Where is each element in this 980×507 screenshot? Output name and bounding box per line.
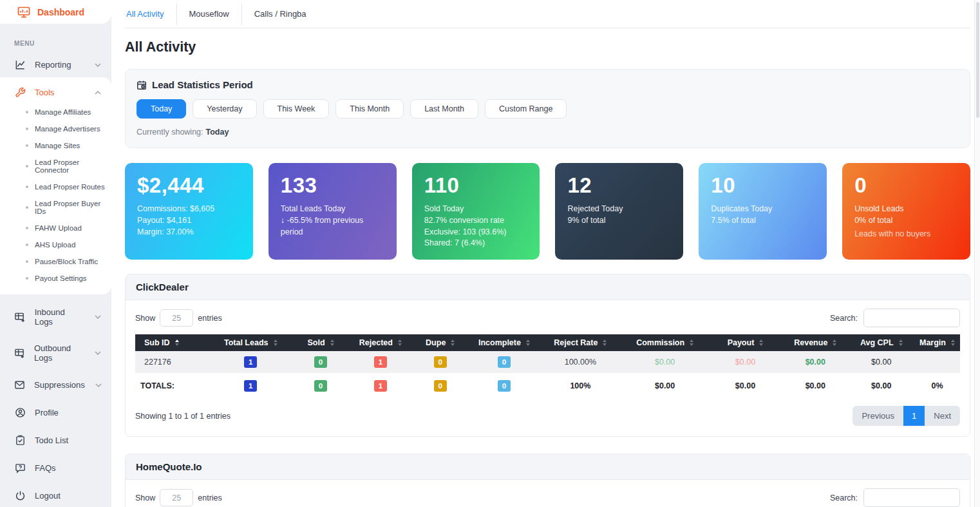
cell-total-leads: 1 [209,351,292,374]
pagination-next[interactable]: Next [925,406,960,426]
sidebar-subitem-fahw-upload[interactable]: FAHW Upload [0,220,111,236]
column-header-margin[interactable]: Margin [914,334,960,351]
subitem-label: AHS Upload [35,241,75,249]
sidebar-item-todo-list[interactable]: Todo List [0,428,111,452]
period-buttons: Today Yesterday This Week This Month Las… [137,99,959,119]
stat-line: Unsold Leads [854,204,958,215]
period-button-today[interactable]: Today [137,99,186,119]
search-input[interactable] [863,309,960,327]
column-header-sub-id[interactable]: Sub ID [135,334,209,351]
cell-avg-cpl: $0.00 [849,374,914,397]
sidebar-item-outbound-logs[interactable]: Outbound Logs [0,337,111,369]
column-header-sold[interactable]: Sold [292,334,350,351]
wrench-icon [14,87,26,98]
pagination-previous[interactable]: Previous [853,406,903,426]
sidebar-subitem-lead-propser-routes[interactable]: Lead Propser Routes [0,178,111,195]
stat-cards: $2,444 Commissions: $6,605 Payout: $4,16… [125,163,970,260]
brand[interactable]: Dashboard [0,0,111,24]
homequote-card: HomeQuote.Io Show entries Search: [125,454,970,507]
column-header-incomplete[interactable]: Incomplete [469,334,540,351]
entries-count-input[interactable] [160,489,193,506]
period-button-this-week[interactable]: This Week [263,99,330,119]
cell-totals-label: TOTALS: [135,374,209,397]
sidebar-subitem-payout-settings[interactable]: Payout Settings [0,270,111,287]
sort-icon[interactable] [398,340,402,346]
sort-icon[interactable] [833,340,836,346]
period-button-this-month[interactable]: This Month [335,99,404,119]
sort-icon[interactable] [603,340,607,346]
stat-card-commissions: $2,444 Commissions: $6,605 Payout: $4,16… [125,163,253,260]
column-header-dupe[interactable]: Dupe [411,334,469,351]
sidebar-subitem-lead-propser-connector[interactable]: Lead Propser Connector [0,154,111,178]
sort-icon[interactable] [951,340,955,346]
sidebar-subitem-pause-block-traffic[interactable]: Pause/Block Traffic [0,253,111,270]
cell-dupe: 0 [411,374,469,397]
stat-line: Exclusive: 103 (93.6%) [424,227,528,238]
stat-line: 0% of total [854,215,958,227]
sidebar-item-reporting[interactable]: Reporting [0,53,111,76]
subitem-label: Manage Advertisers [35,125,100,133]
sidebar-subitem-manage-advertisers[interactable]: Manage Advertisers [0,120,111,137]
search-input[interactable] [863,488,960,507]
bullet-icon [26,186,28,188]
sidebar-subitem-manage-sites[interactable]: Manage Sites [0,137,111,154]
column-header-rejected[interactable]: Rejected [350,334,411,351]
tab-mouseflow[interactable]: Mouseflow [177,9,241,19]
entries-label: entries [198,314,222,323]
cell-margin [914,351,960,374]
period-button-yesterday[interactable]: Yesterday [193,99,256,119]
table-footer: Showing 1 to 1 of 1 entries Previous 1 N… [135,406,960,426]
period-button-last-month[interactable]: Last Month [410,99,478,119]
stat-card-total-leads: 133 Total Leads Today ↓ -65.5% from prev… [269,163,397,260]
bullet-icon [26,128,28,130]
stat-line: Commissions: $6,605 [137,204,241,215]
sidebar-subitem-lead-propser-buyer-ids[interactable]: Lead Propser Buyer IDs [0,195,111,220]
cell-payout: $0.00 [708,374,782,397]
column-header-commission[interactable]: Commission [621,334,708,351]
stat-line: ↓ -65.5% from previous period [281,215,384,238]
sort-icon[interactable] [759,340,763,346]
sort-icon[interactable] [451,340,455,346]
bullet-icon [26,144,28,147]
column-header-reject-rate[interactable]: Reject Rate [539,334,621,351]
column-header-total-leads[interactable]: Total Leads [209,334,292,351]
sidebar-item-logout[interactable]: Logout [0,484,111,507]
scrollbar[interactable] [974,0,980,507]
cell-sub-id: 227176 [135,351,209,374]
homequote-title: HomeQuote.Io [126,454,970,480]
sidebar-item-profile[interactable]: Profile [0,401,111,425]
chevron-down-icon [95,383,102,387]
column-header-payout[interactable]: Payout [708,334,782,351]
sidebar-subitem-manage-affiliates[interactable]: Manage Affiliates [0,104,111,120]
stat-line: 82.7% conversion rate [424,215,528,227]
pagination-page-1[interactable]: 1 [903,406,925,426]
sort-icon[interactable] [175,340,179,346]
sort-icon[interactable] [526,340,530,346]
bullet-icon [26,260,28,263]
sidebar-item-label: Logout [35,491,61,501]
sidebar-item-inbound-logs[interactable]: Inbound Logs [0,301,111,333]
cell-rejected: 1 [350,374,411,397]
entries-count-input[interactable] [160,309,193,327]
sidebar-item-label: Profile [35,408,59,417]
sort-icon[interactable] [899,340,903,346]
tab-calls-ringba[interactable]: Calls / Ringba [242,9,319,19]
sort-icon[interactable] [274,340,278,346]
sold-badge: 0 [314,380,327,392]
sort-icon[interactable] [330,340,334,346]
sidebar-subitem-ahs-upload[interactable]: AHS Upload [0,236,111,253]
sidebar-item-suppressions[interactable]: Suppressions [0,373,111,397]
column-header-avg-cpl[interactable]: Avg CPL [849,334,914,351]
scrollbar-thumb[interactable] [976,2,979,118]
table-row: 227176 1 0 1 0 0 100.00% $0.00 $0.00 $0.… [135,351,960,374]
period-card-title-row: Lead Statistics Period [137,79,959,90]
period-button-custom-range[interactable]: Custom Range [485,99,567,119]
sidebar-item-faqs[interactable]: FAQs [0,456,111,480]
tab-all-activity[interactable]: All Activity [125,9,176,19]
sidebar-item-tools[interactable]: Tools [0,81,111,104]
clipboard-check-icon [14,435,26,446]
sort-icon[interactable] [690,340,693,346]
show-entries-group: Show entries [135,309,222,327]
cell-commission: $0.00 [621,351,708,374]
column-header-revenue[interactable]: Revenue [782,334,848,351]
